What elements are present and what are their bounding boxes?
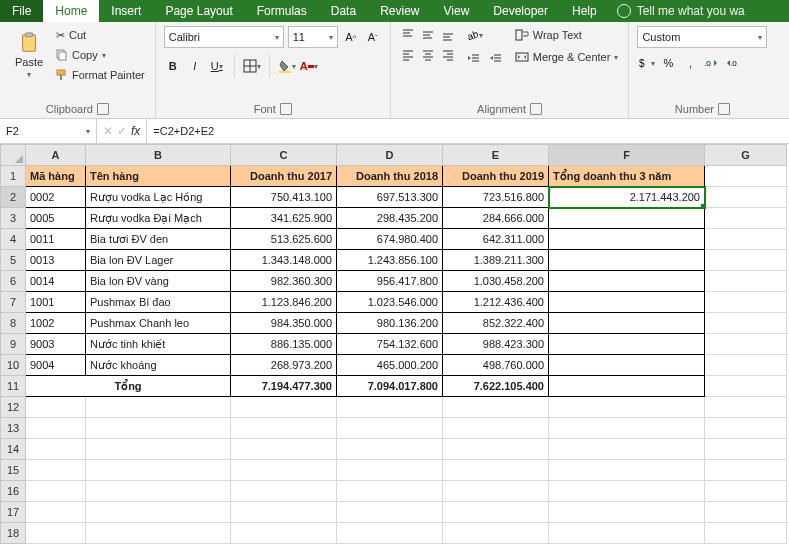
comma-format-button[interactable]: , (681, 54, 699, 72)
cell[interactable] (549, 481, 705, 502)
cell[interactable]: 7.094.017.800 (337, 376, 443, 397)
col-header-D[interactable]: D (337, 145, 443, 166)
cell-active[interactable]: 2.171.443.200 (549, 187, 705, 208)
align-middle-button[interactable] (419, 26, 437, 44)
cell[interactable] (86, 523, 231, 544)
cell[interactable] (705, 250, 787, 271)
cell[interactable] (26, 397, 86, 418)
row-header[interactable]: 8 (1, 313, 26, 334)
row-header[interactable]: 18 (1, 523, 26, 544)
cell[interactable] (549, 334, 705, 355)
percent-format-button[interactable]: % (659, 54, 677, 72)
font-name-dropdown[interactable]: Calibri▾ (164, 26, 284, 48)
cell[interactable]: 674.980.400 (337, 229, 443, 250)
cell[interactable] (443, 481, 549, 502)
tab-page-layout[interactable]: Page Layout (153, 0, 244, 22)
italic-button[interactable]: I (186, 57, 204, 75)
cell[interactable] (549, 418, 705, 439)
copy-button[interactable]: Copy ▾ (54, 46, 147, 64)
spreadsheet-grid[interactable]: A B C D E F G 1 Mã hàng Tên hàng Doanh t… (0, 144, 789, 551)
cell[interactable]: Pushmax Bí đao (86, 292, 231, 313)
cut-button[interactable]: ✂ Cut (54, 26, 147, 44)
cell[interactable] (337, 481, 443, 502)
cell[interactable]: 0002 (26, 187, 86, 208)
cell[interactable]: 886.135.000 (231, 334, 337, 355)
underline-button[interactable]: U▾ (208, 57, 226, 75)
cell[interactable]: 982.360.300 (231, 271, 337, 292)
cell[interactable]: Bia lon ĐV Lager (86, 250, 231, 271)
fx-button[interactable]: fx (131, 124, 140, 138)
cell[interactable]: 1.212.436.400 (443, 292, 549, 313)
cell[interactable]: Doanh thu 2018 (337, 166, 443, 187)
row-header[interactable]: 11 (1, 376, 26, 397)
cell[interactable]: Rượu vodka Lạc Hồng (86, 187, 231, 208)
decrease-indent-button[interactable] (465, 50, 483, 68)
formula-input[interactable]: =C2+D2+E2 (147, 119, 789, 143)
cell[interactable]: Rượu vodka Đại Mạch (86, 208, 231, 229)
dialog-launcher-icon[interactable] (280, 103, 292, 115)
cell[interactable] (705, 502, 787, 523)
font-size-dropdown[interactable]: 11▾ (288, 26, 338, 48)
cell[interactable] (705, 166, 787, 187)
cell[interactable]: 1.123.846.200 (231, 292, 337, 313)
cell[interactable] (443, 397, 549, 418)
cell[interactable] (549, 523, 705, 544)
cell[interactable] (337, 523, 443, 544)
cell[interactable] (705, 439, 787, 460)
cell[interactable]: Bia tươi ĐV đen (86, 229, 231, 250)
cell[interactable]: Bia lon ĐV vàng (86, 271, 231, 292)
cell[interactable]: 1001 (26, 292, 86, 313)
cell[interactable]: 1.343.148.000 (231, 250, 337, 271)
font-color-button[interactable]: A▾ (300, 57, 318, 75)
cell[interactable]: 723.516.800 (443, 187, 549, 208)
cell[interactable] (549, 271, 705, 292)
cell[interactable]: 465.000.200 (337, 355, 443, 376)
tab-developer[interactable]: Developer (481, 0, 560, 22)
cell[interactable] (231, 502, 337, 523)
cell[interactable] (86, 439, 231, 460)
cell[interactable] (549, 208, 705, 229)
col-header-A[interactable]: A (26, 145, 86, 166)
tab-review[interactable]: Review (368, 0, 431, 22)
tab-file[interactable]: File (0, 0, 43, 22)
tab-home[interactable]: Home (43, 0, 99, 22)
row-header[interactable]: 7 (1, 292, 26, 313)
cell[interactable] (549, 397, 705, 418)
align-top-button[interactable] (399, 26, 417, 44)
wrap-text-button[interactable]: Wrap Text (513, 26, 621, 44)
row-header[interactable]: 15 (1, 460, 26, 481)
row-header[interactable]: 12 (1, 397, 26, 418)
cell[interactable] (26, 502, 86, 523)
increase-indent-button[interactable] (487, 50, 505, 68)
col-header-C[interactable]: C (231, 145, 337, 166)
cell[interactable]: 0014 (26, 271, 86, 292)
cell[interactable] (231, 523, 337, 544)
cell[interactable] (549, 460, 705, 481)
cell[interactable] (705, 313, 787, 334)
cell[interactable]: 268.973.200 (231, 355, 337, 376)
cell[interactable]: Tổng doanh thu 3 năm (549, 166, 705, 187)
cell[interactable] (231, 439, 337, 460)
cell[interactable] (549, 355, 705, 376)
cell[interactable]: 1.030.458.200 (443, 271, 549, 292)
fill-color-button[interactable]: ▾ (278, 57, 296, 75)
row-header[interactable]: 2 (1, 187, 26, 208)
enter-formula-button[interactable]: ✓ (117, 124, 127, 138)
cell[interactable] (705, 460, 787, 481)
cell[interactable] (86, 418, 231, 439)
cell[interactable] (337, 460, 443, 481)
col-header-G[interactable]: G (705, 145, 787, 166)
col-header-F[interactable]: F (549, 145, 705, 166)
cell[interactable]: 9004 (26, 355, 86, 376)
cell[interactable]: 642.311.000 (443, 229, 549, 250)
tab-data[interactable]: Data (319, 0, 368, 22)
cell[interactable] (705, 376, 787, 397)
cell[interactable] (337, 397, 443, 418)
cell[interactable] (26, 439, 86, 460)
cell[interactable]: 298.435.200 (337, 208, 443, 229)
select-all-corner[interactable] (1, 145, 26, 166)
cell[interactable]: 7.194.477.300 (231, 376, 337, 397)
cell[interactable] (705, 418, 787, 439)
cell[interactable] (705, 187, 787, 208)
align-right-button[interactable] (439, 46, 457, 64)
